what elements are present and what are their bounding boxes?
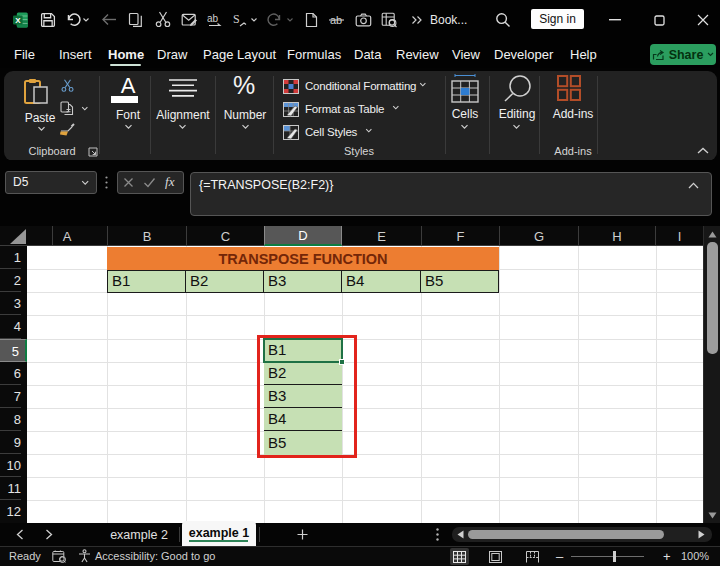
svg-text:ab: ab [207, 13, 219, 24]
svg-text:X: X [15, 16, 21, 25]
svg-text:S: S [233, 12, 240, 26]
